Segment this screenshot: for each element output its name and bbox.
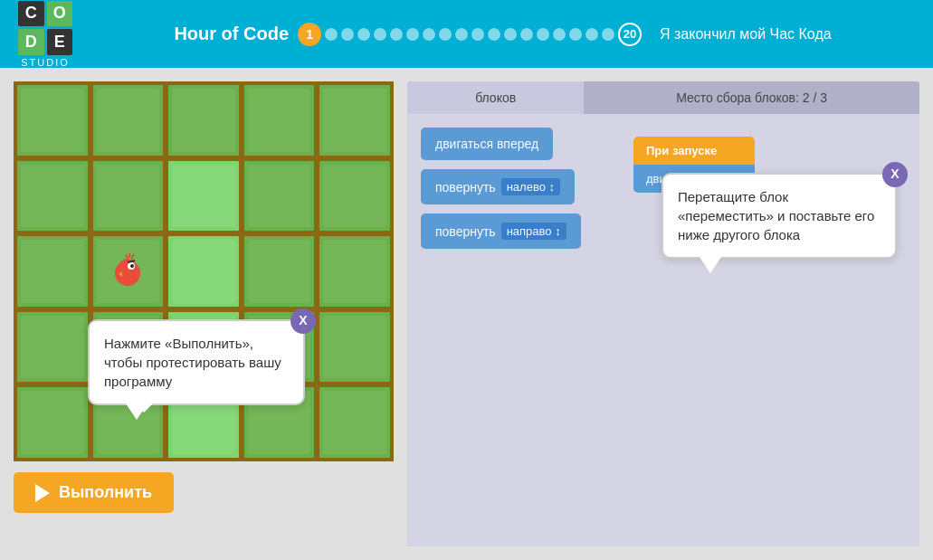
turn-left-label: повернуть (435, 180, 496, 195)
cell-0-4 (318, 83, 392, 157)
blocks-area: двигаться вперед повернуть налево ↕ пове… (407, 114, 919, 546)
cell-1-0 (15, 159, 90, 233)
cell-3-0 (15, 310, 90, 384)
hour-of-code-section: Hour of Code 1 20 Я закончил мой Час Код… (90, 23, 915, 46)
turn-right-block[interactable]: повернуть направо ↕ (421, 214, 581, 249)
game-area: X Нажмите «Выполнить», чтобы протестиров… (14, 81, 394, 546)
progress-start: 1 (298, 23, 321, 46)
program-area: При запуске двигаться вперед X Перетащит… (615, 128, 906, 533)
panel-header: блоков Место сбора блоков: 2 / 3 (407, 81, 919, 114)
code-panel: блоков Место сбора блоков: 2 / 3 двигать… (407, 81, 919, 546)
tooltip2-text: Перетащите блок «переместить» и поставьт… (678, 189, 874, 242)
hour-of-code-title: Hour of Code (174, 24, 289, 44)
logo-d: D (18, 29, 44, 55)
cell-2-2 (167, 234, 241, 308)
dot-15 (553, 28, 566, 41)
block-palette: двигаться вперед повернуть налево ↕ пове… (421, 128, 602, 533)
workspace-tab[interactable]: Место сбора блоков: 2 / 3 (584, 81, 919, 114)
tooltip-drag: X Перетащите блок «переместить» и постав… (662, 173, 897, 259)
turn-right-dropdown[interactable]: направо ↕ (501, 223, 566, 240)
cell-1-4 (318, 159, 392, 233)
tooltip-run: X Нажмите «Выполнить», чтобы протестиров… (88, 319, 305, 405)
turn-left-block[interactable]: повернуть налево ↕ (421, 169, 575, 204)
dot-11 (488, 28, 500, 41)
dot-2 (341, 28, 354, 41)
main: X Нажмите «Выполнить», чтобы протестиров… (0, 68, 933, 560)
game-grid: X Нажмите «Выполнить», чтобы протестиров… (14, 81, 394, 461)
cell-0-0 (15, 83, 90, 157)
dot-4 (374, 28, 386, 41)
progress-bar: 1 20 (298, 23, 642, 46)
cell-0-3 (243, 83, 317, 157)
move-forward-label: двигаться вперед (435, 137, 538, 151)
studio-label: STUDIO (21, 57, 70, 68)
logo-c: C (18, 1, 44, 27)
cell-4-4 (318, 385, 392, 460)
svg-line-8 (131, 254, 134, 259)
cell-2-4 (318, 234, 392, 308)
cell-1-3 (243, 159, 317, 233)
dot-9 (455, 28, 468, 41)
dot-12 (504, 28, 517, 41)
cell-3-4 (318, 310, 392, 384)
turn-right-label: повернуть (435, 224, 496, 239)
cell-2-0 (15, 234, 90, 308)
logo-o: O (47, 1, 73, 27)
finished-label: Я закончил мой Час Кода (660, 26, 832, 43)
cell-2-1 (91, 234, 166, 308)
tooltip1-close-button[interactable]: X (290, 308, 316, 334)
red-bird-icon (109, 253, 146, 289)
cell-0-1 (91, 83, 166, 157)
tooltip1-text: Нажмите «Выполнить», чтобы протестироват… (104, 336, 281, 389)
dot-6 (406, 28, 419, 41)
run-button-label: Выполнить (59, 483, 152, 502)
dot-14 (537, 28, 549, 41)
cell-2-3 (243, 234, 317, 308)
blocks-tab[interactable]: блоков (407, 81, 584, 114)
dot-7 (423, 28, 435, 41)
svg-point-4 (130, 264, 134, 268)
move-forward-block[interactable]: двигаться вперед (421, 128, 553, 160)
cell-4-0 (15, 385, 90, 460)
cell-1-2 (167, 159, 241, 233)
svg-line-6 (126, 254, 128, 259)
dot-10 (471, 28, 484, 41)
dot-8 (439, 28, 452, 41)
logo-wrapper: C O D E STUDIO (18, 1, 72, 68)
cell-1-1 (91, 159, 166, 233)
play-icon (35, 484, 50, 502)
cell-0-2 (167, 83, 241, 157)
tooltip2-close-button[interactable]: X (882, 162, 908, 187)
dot-18 (602, 28, 614, 41)
dot-5 (390, 28, 403, 41)
dot-3 (357, 28, 370, 41)
run-button[interactable]: Выполнить (14, 472, 174, 513)
logo-e: E (47, 29, 73, 55)
dot-17 (586, 28, 598, 41)
logo: C O D E (18, 1, 72, 55)
header: C O D E STUDIO Hour of Code 1 (0, 0, 933, 68)
turn-left-dropdown[interactable]: налево ↕ (501, 178, 560, 195)
progress-end: 20 (618, 23, 642, 46)
when-run-block[interactable]: При запуске (633, 137, 755, 165)
dot-13 (520, 28, 533, 41)
dot-1 (325, 28, 338, 41)
dot-16 (569, 28, 582, 41)
